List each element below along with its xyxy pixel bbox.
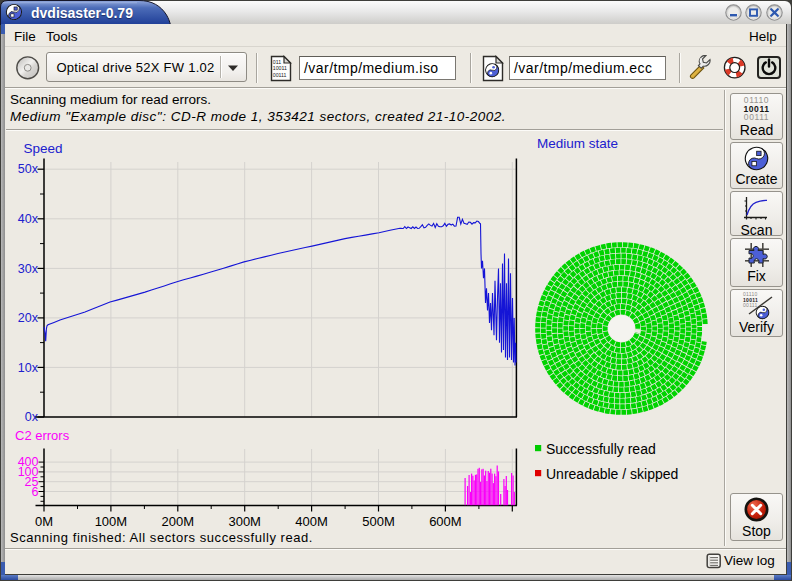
svg-text:Unreadable / skipped: Unreadable / skipped — [546, 466, 678, 482]
svg-text:6: 6 — [32, 485, 39, 499]
svg-text:Speed: Speed — [24, 141, 63, 156]
svg-text:30x: 30x — [18, 262, 39, 276]
svg-text:0M: 0M — [35, 514, 53, 529]
svg-text:200M: 200M — [162, 514, 195, 529]
svg-text:500M: 500M — [362, 514, 395, 529]
svg-text:100M: 100M — [95, 514, 128, 529]
svg-text:10x: 10x — [18, 361, 39, 375]
svg-text:50x: 50x — [18, 162, 39, 176]
svg-text:600M: 600M — [429, 514, 462, 529]
svg-text:20x: 20x — [18, 311, 39, 325]
svg-text:C2 errors: C2 errors — [15, 428, 70, 443]
svg-text:Medium state: Medium state — [537, 136, 618, 151]
svg-text:40x: 40x — [18, 212, 39, 226]
svg-text:400M: 400M — [295, 514, 328, 529]
svg-text:300M: 300M — [228, 514, 261, 529]
svg-text:Successfully read: Successfully read — [546, 441, 656, 457]
